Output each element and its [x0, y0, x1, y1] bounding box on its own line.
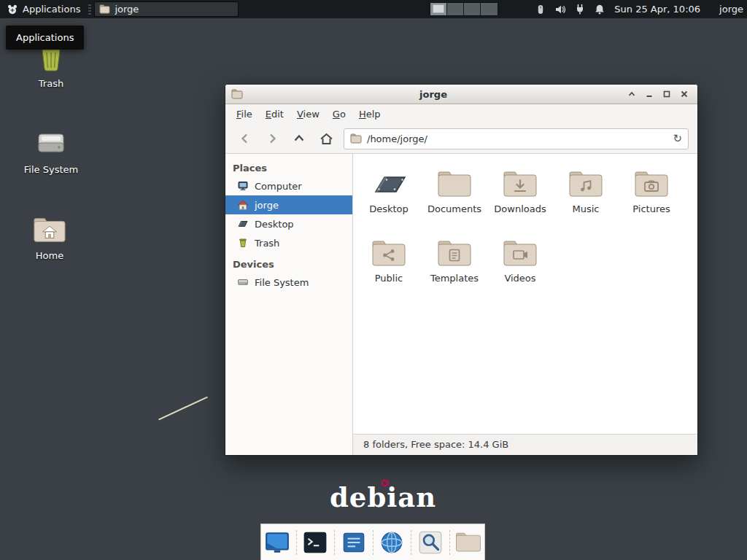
close-button[interactable] — [676, 87, 692, 102]
taskbar-window-label: jorge — [115, 4, 139, 15]
sidebar-item-computer[interactable]: Computer — [225, 176, 352, 195]
dock-show-desktop[interactable] — [261, 526, 293, 559]
file-item-pictures[interactable]: Pictures — [619, 163, 684, 232]
folder-music-icon — [568, 170, 603, 199]
app-finder-icon — [417, 529, 444, 556]
menu-help[interactable]: Help — [352, 104, 387, 124]
file-manager-window[interactable]: jorge File Edit View Go Help — [225, 84, 698, 456]
computer-icon — [237, 180, 249, 192]
home-folder-icon — [33, 216, 66, 245]
dock-web-browser[interactable] — [376, 526, 409, 559]
window-icon — [99, 4, 110, 15]
panel-clock[interactable]: Sun 25 Apr, 10:06 — [614, 4, 700, 15]
path-entry[interactable]: /home/jorge/ ↻ — [344, 128, 689, 149]
reload-icon[interactable]: ↻ — [673, 133, 682, 144]
back-button[interactable] — [234, 128, 256, 149]
menu-go[interactable]: Go — [326, 104, 352, 124]
workspace-4[interactable] — [481, 3, 498, 15]
dock-separator — [373, 530, 374, 555]
file-item-documents[interactable]: Documents — [422, 163, 487, 232]
sidebar-item-label: Trash — [255, 238, 279, 249]
drive-icon — [237, 276, 249, 288]
dock-separator — [334, 530, 335, 555]
applications-menu-label: Applications — [23, 4, 80, 15]
sidebar-header-devices: Devices — [225, 255, 352, 273]
menu-edit[interactable]: Edit — [259, 104, 290, 124]
statusbar: 8 folders, Free space: 14.4 GiB — [353, 434, 697, 455]
dock-file-manager[interactable] — [453, 526, 485, 559]
applications-menu-icon — [7, 4, 18, 15]
workspace-1[interactable] — [430, 3, 447, 15]
shade-button[interactable] — [624, 87, 639, 102]
statusbar-text: 8 folders, Free space: 14.4 GiB — [363, 439, 508, 450]
terminal-icon — [302, 529, 328, 556]
folder-public-icon — [371, 239, 406, 268]
desktop-icon-file-system[interactable]: File System — [16, 127, 86, 175]
dock-display[interactable] — [338, 526, 370, 559]
maximize-icon — [662, 90, 671, 98]
menu-file[interactable]: File — [230, 104, 259, 124]
sidebar: Places Computer — [225, 154, 353, 455]
menubar: File Edit View Go Help — [225, 104, 697, 124]
web-browser-icon — [379, 529, 405, 556]
sidebar-item-label: jorge — [255, 200, 279, 211]
system-tray — [535, 4, 605, 15]
display-icon — [341, 529, 367, 556]
sidebar-item-desktop[interactable]: Desktop — [225, 214, 352, 233]
folder-download-icon — [503, 170, 538, 199]
menu-view[interactable]: View — [290, 104, 326, 124]
workspace-2[interactable] — [447, 3, 464, 15]
workspace-3[interactable] — [464, 3, 481, 15]
dock-separator — [296, 530, 297, 555]
home-button[interactable] — [315, 128, 337, 149]
sidebar-header-places: Places — [225, 159, 352, 176]
path-text: /home/jorge/ — [367, 133, 667, 144]
sidebar-item-label: Desktop — [255, 219, 294, 230]
file-item-music[interactable]: Music — [553, 163, 619, 232]
back-icon — [239, 132, 252, 145]
desktop-icon-label: Trash — [39, 78, 63, 89]
sidebar-item-label: Computer — [255, 181, 302, 192]
desktop-icon-label: Home — [36, 250, 63, 261]
file-manager-icon — [455, 532, 481, 553]
up-button[interactable] — [288, 128, 310, 149]
panel-separator — [88, 3, 91, 15]
power-icon[interactable] — [574, 4, 586, 15]
file-label: Public — [375, 273, 403, 284]
file-label: Templates — [430, 273, 479, 284]
sidebar-item-jorge[interactable]: jorge — [225, 195, 352, 214]
minimize-button[interactable] — [641, 87, 657, 102]
dock-separator — [411, 530, 411, 555]
debian-swirl-icon — [380, 478, 390, 489]
file-item-public[interactable]: Public — [356, 232, 422, 301]
folder-templates-icon — [437, 239, 472, 268]
window-titlebar[interactable]: jorge — [225, 85, 697, 104]
taskbar-window-button[interactable]: jorge — [94, 1, 239, 17]
volume-icon[interactable] — [554, 4, 566, 15]
file-item-downloads[interactable]: Downloads — [487, 163, 553, 232]
sidebar-item-file-system[interactable]: File System — [225, 273, 352, 292]
file-item-templates[interactable]: Templates — [422, 232, 487, 301]
panel-user-label[interactable]: jorge — [719, 4, 743, 15]
folder-icon — [350, 133, 362, 144]
file-view[interactable]: Desktop Documents — [353, 154, 697, 434]
desktop-slab-icon — [370, 168, 408, 199]
file-item-desktop[interactable]: Desktop — [356, 163, 422, 232]
sidebar-item-trash[interactable]: Trash — [225, 233, 352, 252]
desktop-icon-home[interactable]: Home — [15, 216, 85, 261]
mouse-icon[interactable] — [535, 4, 546, 15]
up-icon — [293, 132, 306, 145]
desktop-background[interactable]: debian Trash File System H — [0, 0, 747, 560]
maximize-button[interactable] — [659, 87, 674, 102]
bottom-dock — [260, 524, 485, 560]
forward-button[interactable] — [261, 128, 283, 149]
dock-terminal[interactable] — [300, 526, 332, 559]
notifications-bell-icon[interactable] — [594, 4, 605, 15]
applications-menu-button[interactable]: Applications — [0, 0, 87, 18]
show-desktop-icon — [264, 529, 290, 556]
file-label: Desktop — [369, 203, 409, 214]
file-item-videos[interactable]: Videos — [487, 232, 553, 301]
trash-icon — [237, 237, 249, 249]
home-icon — [320, 132, 333, 146]
dock-app-finder[interactable] — [414, 526, 446, 559]
